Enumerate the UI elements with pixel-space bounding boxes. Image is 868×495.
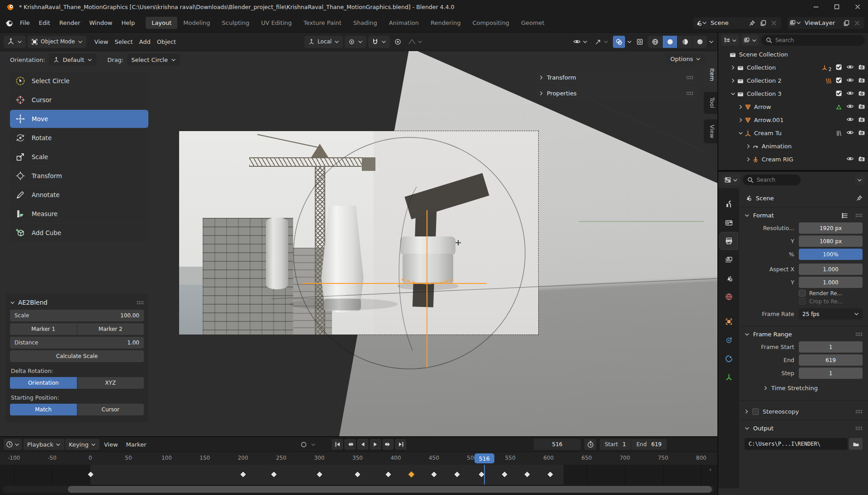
- editor-type-button[interactable]: [4, 36, 26, 48]
- viewlayer-name[interactable]: ViewLayer: [800, 19, 841, 26]
- scene-new-button[interactable]: [758, 18, 768, 28]
- format-panel-header[interactable]: Format: [745, 211, 863, 222]
- play-button[interactable]: [370, 439, 381, 450]
- shading-wireframe-button[interactable]: [648, 36, 662, 48]
- drag-dots-icon[interactable]: [686, 91, 693, 95]
- viewport-menu-view[interactable]: View: [92, 36, 111, 48]
- scene-browse-button[interactable]: [695, 18, 706, 28]
- workspace-tab-modeling[interactable]: Modeling: [177, 17, 216, 29]
- frame-end-field[interactable]: 619: [799, 354, 863, 366]
- start-frame-field[interactable]: Start1: [600, 439, 631, 450]
- start-option-match[interactable]: Match: [10, 404, 77, 415]
- render-visibility-toggle[interactable]: [858, 104, 865, 111]
- outliner-display-mode-dropdown[interactable]: [721, 35, 739, 46]
- marker1-button[interactable]: Marker 1: [10, 323, 77, 335]
- chevron-down-icon[interactable]: [709, 40, 714, 44]
- transform-panel-header[interactable]: Transform: [535, 71, 698, 84]
- shading-rendered-button[interactable]: [693, 36, 707, 48]
- outliner-row-cream-tu[interactable]: Cream Tu: [718, 127, 868, 140]
- aspect-x-field[interactable]: 1.000: [799, 264, 863, 275]
- workspace-tab-sculpting[interactable]: Sculpting: [216, 17, 255, 29]
- drag-dots-icon[interactable]: [686, 75, 693, 80]
- scene-name[interactable]: Scene: [706, 19, 747, 26]
- timeline-ruler[interactable]: -100-50050100150200250300350400450500550…: [0, 452, 717, 465]
- properties-tab-tool[interactable]: [720, 195, 738, 212]
- hide-toggle[interactable]: [846, 117, 854, 123]
- properties-panel-header[interactable]: Properties: [535, 87, 698, 100]
- chevron-down-icon[interactable]: [627, 40, 632, 44]
- stereoscopy-header[interactable]: Stereoscopy: [745, 404, 863, 419]
- auto-keying-toggle[interactable]: [297, 439, 311, 450]
- pivot-point-dropdown[interactable]: [345, 36, 366, 48]
- marker2-button[interactable]: Marker 2: [77, 323, 144, 335]
- proportional-edit-toggle[interactable]: [392, 36, 404, 48]
- menu-file[interactable]: File: [15, 17, 34, 28]
- tool-measure[interactable]: Measure: [10, 205, 148, 223]
- exclude-checkbox[interactable]: [835, 64, 842, 72]
- render-visibility-toggle[interactable]: [858, 130, 865, 137]
- viewport-menu-object[interactable]: Object: [154, 36, 179, 48]
- gizmos-dropdown[interactable]: [592, 36, 611, 48]
- snap-dropdown[interactable]: [368, 36, 390, 48]
- workspace-tab-shading[interactable]: Shading: [347, 17, 383, 29]
- timeline-editor[interactable]: PlaybackKeyingViewMarker 516 Start1 End6…: [0, 437, 717, 495]
- timeline-menu-keying[interactable]: Keying: [65, 439, 100, 450]
- output-path-field[interactable]: C:\Users\P...I\RENDER\: [745, 438, 848, 450]
- chevron-right-icon[interactable]: [744, 144, 752, 149]
- chevron-right-icon[interactable]: [729, 78, 737, 83]
- properties-tab-view-layer[interactable]: [720, 251, 738, 268]
- hide-toggle[interactable]: [846, 156, 854, 163]
- scene-pin-button[interactable]: [747, 18, 758, 28]
- drag-dropdown[interactable]: Select Circle: [127, 54, 180, 66]
- hide-toggle[interactable]: [846, 64, 854, 71]
- presets-list-icon[interactable]: [841, 212, 848, 218]
- maximize-button[interactable]: [826, 0, 847, 14]
- jump-to-end-button[interactable]: [395, 439, 407, 450]
- tool-select-circle[interactable]: Select Circle: [10, 72, 148, 90]
- resolution-x-field[interactable]: 1920 px: [799, 222, 863, 234]
- menu-help[interactable]: Help: [117, 17, 140, 28]
- resolution-y-field[interactable]: 1080 px: [799, 236, 863, 247]
- options-dropdown[interactable]: Options: [666, 53, 705, 65]
- frame-rate-dropdown[interactable]: 25 fps: [799, 308, 863, 320]
- start-option-cursor[interactable]: Cursor: [77, 404, 144, 415]
- viewlayer-remove-button[interactable]: [852, 18, 863, 28]
- tool-transform[interactable]: Transform: [10, 167, 148, 185]
- outliner-filter-dropdown[interactable]: [741, 35, 759, 46]
- properties-tab-render[interactable]: [720, 214, 738, 231]
- drag-dots-icon[interactable]: [855, 426, 863, 430]
- workspace-tab-layout[interactable]: Layout: [146, 17, 177, 29]
- chevron-right-icon[interactable]: [736, 118, 745, 123]
- resolution-pct-slider[interactable]: 100%: [799, 249, 863, 260]
- outliner-row-collection[interactable]: Collection2: [718, 61, 868, 74]
- outliner-row-arrow[interactable]: Arrow: [718, 100, 868, 113]
- use-preview-range-toggle[interactable]: [584, 439, 596, 450]
- ae2blend-header[interactable]: AE2Blend: [10, 297, 144, 310]
- viewport-menu-add[interactable]: Add: [137, 36, 153, 48]
- next-keyframe-button[interactable]: [382, 439, 394, 450]
- properties-tab-object[interactable]: [720, 313, 738, 330]
- workspace-tab-rendering[interactable]: Rendering: [425, 17, 466, 29]
- hide-toggle[interactable]: [846, 104, 854, 110]
- hide-toggle[interactable]: [846, 77, 854, 84]
- region-collapse-arrow[interactable]: ‹: [709, 466, 711, 473]
- workspace-tab-geomet[interactable]: Geomet: [515, 17, 550, 29]
- properties-editor-type-button[interactable]: [722, 174, 740, 185]
- menu-edit[interactable]: Edit: [34, 17, 55, 28]
- timeline-menu-marker[interactable]: Marker: [123, 439, 150, 450]
- minimize-button[interactable]: [806, 0, 826, 14]
- blender-logo-icon[interactable]: [6, 3, 14, 11]
- viewlayer-browse-button[interactable]: [789, 18, 800, 28]
- chevron-down-icon[interactable]: [729, 92, 737, 96]
- show-object-types-dropdown[interactable]: [570, 36, 590, 48]
- tool-rotate[interactable]: Rotate: [10, 129, 148, 147]
- delta-option-orientation[interactable]: Orientation: [10, 377, 77, 389]
- hide-toggle[interactable]: [846, 90, 854, 97]
- menu-window[interactable]: Window: [85, 17, 117, 28]
- frame-range-panel-header[interactable]: Frame Range: [745, 330, 863, 341]
- output-panel-header[interactable]: Output: [745, 424, 863, 435]
- properties-tab-object-data[interactable]: [720, 368, 738, 386]
- tool-annotate[interactable]: Annotate: [10, 186, 148, 204]
- properties-tab-constraints[interactable]: [720, 350, 738, 367]
- shading-solid-button[interactable]: [663, 36, 677, 48]
